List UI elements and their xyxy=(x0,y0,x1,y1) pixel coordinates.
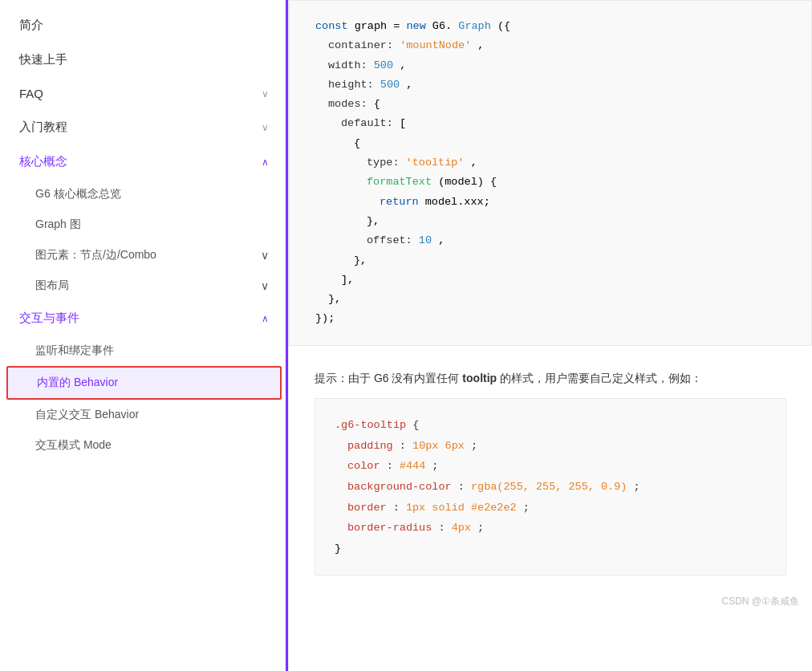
watermark: CSDN @①条咸鱼 xyxy=(289,588,812,615)
sidebar-item-label: 图布局 xyxy=(35,279,69,293)
sidebar-item-interaction[interactable]: 交互与事件 ∧ xyxy=(0,301,288,336)
sidebar-sub-item-listen-bind[interactable]: 监听和绑定事件 xyxy=(0,336,288,366)
sidebar-item-label: G6 核心概念总览 xyxy=(35,187,121,201)
code-line: background-color : rgba(255, 255, 255, 0… xyxy=(347,477,766,498)
sidebar-item-label: Graph 图 xyxy=(35,218,81,232)
code-line: }, xyxy=(354,251,786,270)
code-line: default: [ xyxy=(341,114,786,133)
code-line: ], xyxy=(341,270,786,290)
sidebar-item-label: 交互模式 Mode xyxy=(35,438,112,453)
sidebar-sub-item-g6-overview[interactable]: G6 核心概念总览 xyxy=(0,179,288,209)
chevron-up-icon: ∧ xyxy=(262,157,269,168)
chevron-down-icon: ∨ xyxy=(262,122,269,133)
code-line: container: 'mountNode' , xyxy=(328,36,786,55)
sidebar-item-label: 交互与事件 xyxy=(19,311,79,326)
chevron-up-icon: ∧ xyxy=(262,313,269,324)
chevron-down-icon: ∨ xyxy=(262,88,269,100)
code-line: formatText (model) { xyxy=(367,173,786,192)
main-content: const graph = new G6. Graph ({ container… xyxy=(289,0,812,671)
hint-text: 提示：由于 G6 没有内置任何 tooltip 的样式，用户需要自己定义样式，例… xyxy=(289,359,812,398)
sidebar-item-intro[interactable]: 简介 xyxy=(0,8,288,43)
sidebar-sub-item-mode[interactable]: 交互模式 Mode xyxy=(0,430,288,461)
sidebar-item-label: 快速上手 xyxy=(19,52,67,67)
watermark-text: CSDN @①条咸鱼 xyxy=(721,596,799,607)
code-block-2: .g6-tooltip { padding : 10px 6px ; color… xyxy=(315,398,786,575)
code-line: }, xyxy=(328,290,786,309)
chevron-down-icon: ∨ xyxy=(261,249,269,262)
code-line: }, xyxy=(367,212,786,231)
code-line: const graph = new G6. Graph ({ xyxy=(315,17,786,36)
sidebar-sub-item-custom-behavior[interactable]: 自定义交互 Behavior xyxy=(0,400,288,430)
code-line: width: 500 , xyxy=(328,56,786,75)
code-line: { xyxy=(354,134,786,153)
sidebar-sub-item-elements[interactable]: 图元素：节点/边/Combo ∨ xyxy=(0,240,288,270)
sidebar-sub-item-layout[interactable]: 图布局 ∨ xyxy=(0,270,288,301)
sidebar-item-label: 简介 xyxy=(19,18,43,33)
sidebar: 简介 快速上手 FAQ ∨ 入门教程 ∨ 核心概念 ∧ G6 核心概念总览 Gr… xyxy=(0,0,289,671)
sidebar-item-label: 自定义交互 Behavior xyxy=(35,408,139,422)
code-line: border : 1px solid #e2e2e2 ; xyxy=(347,498,766,518)
code-line: return model.xxx; xyxy=(380,193,786,212)
sidebar-item-beginner[interactable]: 入门教程 ∨ xyxy=(0,110,288,144)
code-line: } xyxy=(335,539,766,559)
code-line: }); xyxy=(315,309,786,328)
code-line: .g6-tooltip { xyxy=(335,415,766,436)
sidebar-sub-item-graph[interactable]: Graph 图 xyxy=(0,209,288,240)
code-line: height: 500 , xyxy=(328,75,786,95)
sidebar-item-label: 核心概念 xyxy=(19,154,67,169)
code-block-1: const graph = new G6. Graph ({ container… xyxy=(289,0,812,346)
sidebar-item-label: 监听和绑定事件 xyxy=(35,344,114,358)
section-indicator xyxy=(286,0,288,671)
sidebar-item-label: 内置的 Behavior xyxy=(37,376,118,390)
sidebar-sub-item-builtin-behavior[interactable]: 内置的 Behavior xyxy=(6,366,282,400)
sidebar-item-core-concepts[interactable]: 核心概念 ∧ xyxy=(0,144,288,179)
code-line: offset: 10 , xyxy=(367,231,786,250)
code-line: type: 'tooltip' , xyxy=(367,153,786,173)
sidebar-item-label: FAQ xyxy=(19,87,43,100)
code-line: border-radius : 4px ; xyxy=(347,518,766,539)
sidebar-item-label: 图元素：节点/边/Combo xyxy=(35,248,156,262)
code-line: color : #444 ; xyxy=(347,456,766,477)
code-line: padding : 10px 6px ; xyxy=(347,436,766,457)
sidebar-item-quickstart[interactable]: 快速上手 xyxy=(0,43,288,77)
sidebar-item-label: 入门教程 xyxy=(19,120,67,135)
code-line: modes: { xyxy=(328,95,786,114)
chevron-down-icon: ∨ xyxy=(261,279,269,292)
sidebar-item-faq[interactable]: FAQ ∨ xyxy=(0,77,288,110)
